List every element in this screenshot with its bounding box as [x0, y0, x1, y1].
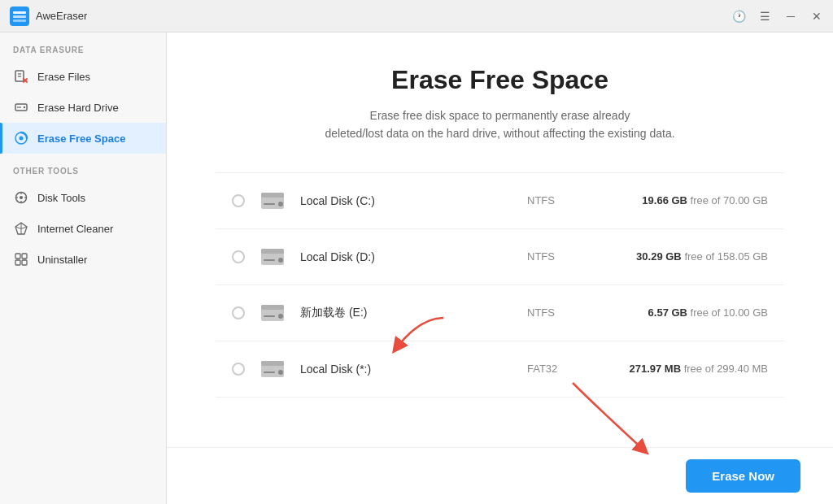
disk-space-e: 6.57 GB free of 10.00 GB — [605, 306, 768, 319]
svg-point-26 — [278, 202, 283, 206]
minimize-button[interactable]: ─ — [784, 10, 797, 23]
svg-rect-38 — [261, 361, 284, 366]
uninstaller-label: Uninstaller — [37, 254, 87, 266]
title-bar: AweEraser 🕐 ☰ ─ ✕ — [0, 0, 833, 33]
disk-fs-c: NTFS — [527, 194, 592, 206]
uninstaller-icon — [13, 251, 29, 267]
sidebar-item-erase-free-space[interactable]: Erase Free Space — [0, 123, 166, 154]
section-label-tools: OTHER TOOLS — [0, 167, 166, 182]
disk-row: Local Disk (D:) NTFS 30.29 GB free of 15… — [216, 229, 784, 285]
disk-icon-d — [258, 242, 287, 272]
erase-hard-drive-label: Erase Hard Drive — [37, 102, 119, 114]
svg-rect-35 — [264, 315, 275, 317]
svg-rect-31 — [264, 259, 275, 261]
content-area: Erase Free Space Erase free disk space t… — [167, 33, 833, 447]
internet-cleaner-icon — [13, 220, 29, 237]
disk-space-d: 30.29 GB free of 158.05 GB — [605, 250, 768, 263]
svg-rect-21 — [22, 254, 27, 259]
disk-space-star: 271.97 MB free of 299.40 MB — [605, 363, 768, 375]
svg-rect-25 — [261, 193, 284, 198]
svg-rect-1 — [13, 15, 26, 18]
svg-rect-27 — [264, 203, 275, 205]
disk-row: Local Disk (*:) FAT32 271.97 MB free of … — [216, 341, 784, 398]
svg-point-14 — [20, 196, 23, 199]
disk-icon-c — [258, 186, 287, 215]
svg-rect-20 — [15, 254, 20, 259]
disk-row: 新加载卷 (E:) NTFS 6.57 GB free of 10.00 GB — [216, 285, 784, 341]
disk-radio-star[interactable] — [232, 363, 245, 376]
svg-rect-22 — [15, 260, 20, 265]
erase-files-icon — [13, 68, 29, 85]
page-title: Erase Free Space — [216, 65, 784, 95]
internet-cleaner-label: Internet Cleaner — [37, 223, 113, 235]
menu-button[interactable]: ☰ — [758, 10, 771, 23]
erase-hard-drive-icon — [13, 99, 29, 115]
svg-rect-23 — [22, 260, 27, 265]
svg-rect-33 — [261, 305, 284, 310]
disk-fs-e: NTFS — [527, 306, 592, 319]
app-logo — [10, 7, 29, 26]
main-content: Erase Free Space Erase free disk space t… — [167, 33, 833, 504]
disk-name-d: Local Disk (D:) — [300, 250, 514, 263]
app-title: AweEraser — [36, 10, 732, 22]
disk-name-c: Local Disk (C:) — [300, 194, 514, 207]
disk-fs-d: NTFS — [527, 250, 592, 263]
bottom-bar: Erase Now — [167, 447, 833, 504]
svg-rect-2 — [13, 20, 26, 22]
erase-files-label: Erase Files — [37, 71, 90, 83]
svg-point-30 — [278, 258, 283, 263]
disk-name-star: Local Disk (*:) — [300, 363, 514, 376]
svg-point-9 — [24, 106, 25, 108]
svg-point-12 — [20, 137, 24, 141]
disk-row: Local Disk (C:) NTFS 19.66 GB free of 70… — [216, 172, 784, 229]
svg-rect-29 — [261, 249, 284, 254]
sidebar-item-uninstaller[interactable]: Uninstaller — [0, 244, 166, 275]
history-button[interactable]: 🕐 — [732, 10, 745, 23]
svg-point-34 — [278, 314, 283, 319]
disk-radio-d[interactable] — [232, 250, 245, 263]
disk-icon-star — [258, 354, 287, 384]
svg-rect-40 — [264, 371, 275, 373]
close-button[interactable]: ✕ — [810, 10, 823, 23]
disk-fs-star: FAT32 — [527, 363, 592, 375]
disk-space-c: 19.66 GB free of 70.00 GB — [605, 194, 768, 206]
disk-tools-label: Disk Tools — [37, 192, 85, 204]
sidebar-item-internet-cleaner[interactable]: Internet Cleaner — [0, 213, 166, 244]
sidebar-item-erase-files[interactable]: Erase Files — [0, 61, 166, 92]
disk-radio-e[interactable] — [232, 306, 245, 319]
erase-now-button[interactable]: Erase Now — [686, 459, 800, 493]
disk-radio-c[interactable] — [232, 194, 245, 207]
svg-rect-0 — [13, 11, 26, 14]
sidebar-item-disk-tools[interactable]: Disk Tools — [0, 182, 166, 213]
disk-tools-icon — [13, 189, 29, 206]
erase-free-space-label: Erase Free Space — [37, 133, 125, 145]
page-subtitle: Erase free disk space to permanently era… — [216, 106, 784, 143]
sidebar: DATA ERASURE Erase Files — [0, 33, 167, 504]
section-label-erasure: DATA ERASURE — [0, 46, 166, 61]
disk-name-e: 新加载卷 (E:) — [300, 306, 514, 320]
disk-icon-e — [258, 298, 287, 328]
window-controls: 🕐 ☰ ─ ✕ — [732, 10, 823, 23]
sidebar-item-erase-hard-drive[interactable]: Erase Hard Drive — [0, 92, 166, 123]
disk-list: Local Disk (C:) NTFS 19.66 GB free of 70… — [216, 172, 784, 398]
app-body: DATA ERASURE Erase Files — [0, 33, 833, 504]
erase-free-space-icon — [13, 130, 29, 146]
svg-point-39 — [278, 370, 283, 375]
